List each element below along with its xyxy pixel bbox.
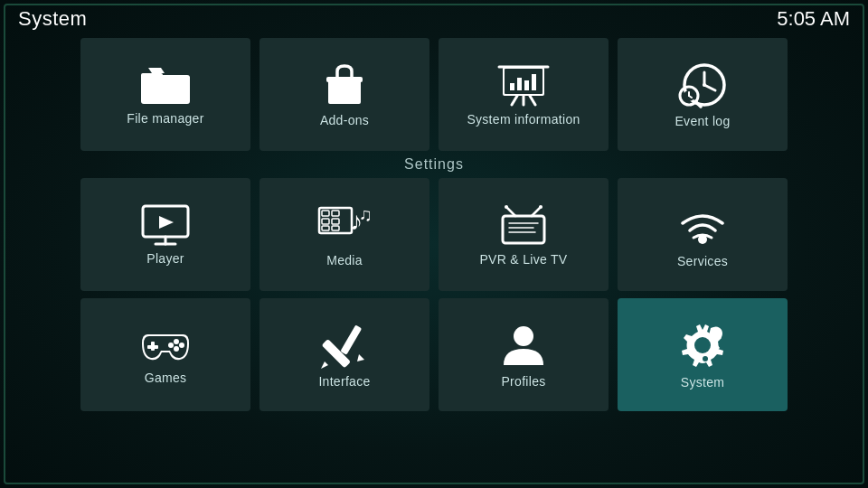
svg-point-44 [539,205,542,209]
main-content: File manager Add-ons [0,36,868,411]
top-row: File manager Add-ons [54,38,814,151]
svg-rect-10 [524,80,529,90]
tile-pvr-live-tv[interactable]: PVR & Live TV [439,178,609,291]
settings-label: Settings [54,156,814,173]
svg-line-19 [704,85,715,90]
svg-point-60 [694,337,711,353]
svg-rect-9 [517,78,522,90]
tile-system-information[interactable]: System information [439,38,609,151]
player-icon [139,204,192,246]
interface-icon [319,322,370,369]
svg-line-13 [530,96,535,105]
svg-marker-56 [321,361,328,369]
svg-marker-58 [357,354,364,361]
player-label: Player [146,251,184,266]
settings-row-1: Player ♪ ♫ Media [54,178,814,291]
svg-rect-31 [322,211,329,216]
svg-rect-0 [141,75,190,104]
system-information-icon [497,63,550,107]
settings-row-2: Games Interface [54,298,814,411]
svg-rect-34 [332,219,339,224]
svg-rect-30 [319,208,352,233]
svg-point-54 [174,346,179,352]
svg-rect-4 [326,77,363,82]
svg-text:♫: ♫ [359,204,372,224]
svg-marker-2 [148,68,165,73]
add-ons-label: Add-ons [320,113,369,127]
system-icon [676,321,729,370]
file-manager-icon [139,64,192,106]
svg-rect-11 [532,74,536,90]
services-icon [677,202,728,249]
tile-games[interactable]: Games [80,298,250,411]
pvr-live-tv-label: PVR & Live TV [479,252,567,267]
svg-rect-8 [510,83,514,90]
svg-rect-32 [332,211,339,216]
svg-line-12 [512,96,517,105]
tile-profiles[interactable]: Profiles [439,298,609,411]
tile-add-ons[interactable]: Add-ons [259,38,429,151]
svg-rect-50 [147,345,158,349]
header: System 5:05 AM [0,0,868,36]
pvr-live-tv-icon [497,203,550,247]
svg-rect-5 [339,88,350,91]
svg-point-53 [168,343,174,348]
interface-label: Interface [318,374,370,389]
event-log-label: Event log [675,114,730,128]
media-label: Media [326,253,363,267]
tile-event-log[interactable]: Event log [618,38,788,151]
svg-rect-57 [340,324,362,354]
svg-point-52 [179,343,184,348]
tile-interface[interactable]: Interface [259,298,429,411]
add-ons-icon [319,62,370,108]
tile-services[interactable]: Services [618,178,788,291]
page-title: System [18,7,87,31]
svg-point-59 [514,326,533,346]
file-manager-label: File manager [127,111,203,126]
profiles-icon [500,322,547,369]
services-label: Services [677,254,728,268]
svg-rect-1 [141,73,163,79]
svg-point-51 [174,339,179,344]
system-information-label: System information [467,112,580,127]
system-label: System [681,375,724,389]
header-time: 5:05 AM [777,7,850,31]
svg-point-61 [703,356,708,361]
svg-rect-35 [322,226,329,230]
event-log-icon [677,61,728,108]
tile-player[interactable]: Player [80,178,250,291]
svg-rect-40 [505,219,542,240]
games-label: Games [145,371,187,385]
tile-media[interactable]: ♪ ♫ Media [259,178,429,291]
svg-rect-33 [322,219,329,224]
tile-system[interactable]: System [618,298,788,411]
svg-rect-36 [332,226,339,230]
games-icon [138,325,193,365]
tile-file-manager[interactable]: File manager [80,38,250,151]
profiles-label: Profiles [501,374,545,389]
svg-line-21 [695,101,701,107]
svg-point-43 [505,205,508,209]
media-icon: ♪ ♫ [317,202,372,248]
